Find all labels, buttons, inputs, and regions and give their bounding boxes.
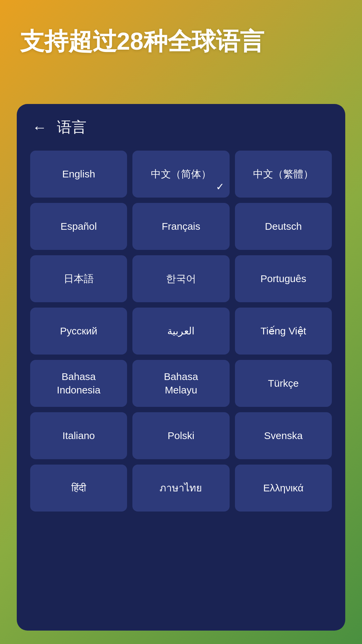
lang-btn-francais[interactable]: Français [132,203,229,250]
lang-label-japanese: 日本語 [64,272,94,286]
lang-btn-zh-hant[interactable]: 中文（繁體） [235,151,332,198]
lang-label-zh-hans: 中文（简体） [151,167,211,181]
card-title: 语言 [57,117,86,137]
language-card: ← 语言 English中文（简体）✓中文（繁體）EspañolFrançais… [17,104,345,631]
lang-label-arabic: العربية [167,324,194,338]
language-grid: English中文（简体）✓中文（繁體）EspañolFrançaisDeuts… [30,151,332,512]
lang-btn-zh-hans[interactable]: 中文（简体）✓ [132,151,229,198]
lang-btn-espanol[interactable]: Español [30,203,127,250]
lang-label-english: English [62,167,95,181]
selected-checkmark-icon: ✓ [216,180,224,194]
lang-label-italian: Italiano [62,429,95,443]
lang-btn-polish[interactable]: Polski [132,412,229,459]
lang-btn-arabic[interactable]: العربية [132,308,229,355]
lang-btn-thai[interactable]: ภาษาไทย [132,465,229,512]
lang-label-swedish: Svenska [264,429,303,443]
lang-label-bahasa-id: BahasaIndonesia [57,370,101,397]
lang-btn-deutsch[interactable]: Deutsch [235,203,332,250]
card-header: ← 语言 [30,117,332,137]
lang-label-vietnamese: Tiếng Việt [260,324,306,338]
lang-btn-english[interactable]: English [30,151,127,198]
back-arrow-icon: ← [32,120,47,135]
lang-label-espanol: Español [60,220,97,233]
page-header-title: 支持超过28种全球语言 [20,27,342,56]
lang-btn-greek[interactable]: Ελληνικά [235,465,332,512]
lang-label-hindi: हिंदी [71,481,86,495]
lang-btn-turkish[interactable]: Türkçe [235,360,332,407]
lang-label-korean: 한국어 [166,272,196,286]
lang-btn-vietnamese[interactable]: Tiếng Việt [235,308,332,355]
lang-btn-portuguese[interactable]: Português [235,255,332,302]
lang-label-polish: Polski [168,429,194,443]
lang-label-francais: Français [162,220,200,233]
lang-btn-russian[interactable]: Русский [30,308,127,355]
lang-label-russian: Русский [60,324,97,338]
lang-btn-italian[interactable]: Italiano [30,412,127,459]
lang-btn-bahasa-id[interactable]: BahasaIndonesia [30,360,127,407]
lang-btn-japanese[interactable]: 日本語 [30,255,127,302]
lang-label-bahasa-my: BahasaMelayu [164,370,198,397]
lang-label-turkish: Türkçe [268,377,299,390]
lang-label-deutsch: Deutsch [265,220,302,233]
lang-label-thai: ภาษาไทย [160,481,202,495]
lang-btn-swedish[interactable]: Svenska [235,412,332,459]
lang-label-portuguese: Português [260,272,306,286]
lang-label-greek: Ελληνικά [263,481,303,495]
lang-btn-hindi[interactable]: हिंदी [30,465,127,512]
lang-label-zh-hant: 中文（繁體） [253,167,313,181]
lang-btn-korean[interactable]: 한국어 [132,255,229,302]
lang-btn-bahasa-my[interactable]: BahasaMelayu [132,360,229,407]
back-button[interactable]: ← [30,118,49,137]
